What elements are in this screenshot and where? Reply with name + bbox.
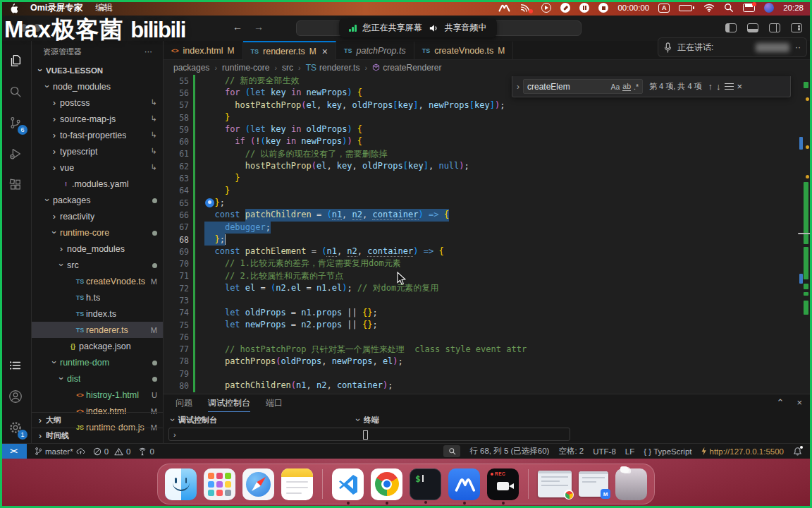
problems-item[interactable]: 0 0	[93, 447, 131, 456]
tree-item-h.ts[interactable]: TSh.ts	[32, 289, 163, 306]
screencast-icon[interactable]	[520, 2, 532, 13]
regex-icon[interactable]: .*	[634, 83, 639, 91]
timeline-section[interactable]: ›时间线	[32, 428, 163, 443]
search-icon[interactable]	[0, 76, 31, 107]
find-in-selection-icon[interactable]	[725, 81, 734, 92]
menu-clock[interactable]: 20:28	[783, 4, 804, 12]
tree-item-.modules.yaml[interactable]: !.modules.yaml	[32, 176, 163, 192]
tab-close-icon[interactable]: ×	[322, 46, 328, 57]
statusbar-search-icon[interactable]	[443, 445, 460, 457]
stop-record-icon[interactable]	[598, 3, 608, 13]
notifications-bell-icon[interactable]	[793, 447, 802, 456]
run-debug-icon[interactable]	[0, 138, 31, 169]
breadcrumb-item-src[interactable]: src	[282, 63, 293, 73]
panel-tab-调试控制台[interactable]: 调试控制台	[208, 394, 250, 412]
apple-logo-icon[interactable]	[8, 2, 18, 13]
tree-item-source-map-js[interactable]: ›source-map-js↳	[32, 111, 163, 127]
omi-dock-icon[interactable]	[448, 468, 480, 500]
settings-gear-icon[interactable]: 1	[0, 412, 31, 443]
tree-item-index.ts[interactable]: TSindex.ts	[32, 306, 163, 322]
explorer-more-actions-icon[interactable]: ⋯	[144, 47, 153, 56]
wifi-icon[interactable]	[703, 2, 715, 13]
extensions-icon[interactable]	[0, 169, 31, 200]
tree-item-dist[interactable]: ›dist	[32, 370, 163, 387]
toggle-panel-icon[interactable]	[747, 23, 758, 32]
explorer-icon[interactable]	[0, 45, 31, 76]
toggle-secondary-sidebar-icon[interactable]	[769, 23, 780, 32]
screen-recorder-dock-icon[interactable]: REC	[487, 468, 519, 500]
toggle-sidebar-icon[interactable]	[725, 23, 737, 32]
quick-fix-lightbulb-icon[interactable]	[205, 198, 214, 207]
ports-forwarded-item[interactable]: 0	[138, 447, 154, 456]
code-editor[interactable]: 55 // 新的要全部生效56 for (let key in newProps…	[164, 75, 812, 394]
panel-tab-端口[interactable]: 端口	[266, 394, 283, 412]
find-expand-icon[interactable]: ›	[517, 82, 519, 92]
minimized-chrome-window[interactable]	[538, 471, 572, 497]
whole-word-icon[interactable]: ab	[622, 82, 631, 91]
tree-item-reactivity[interactable]: ›reactivity	[32, 208, 163, 224]
tree-item-node_modules[interactable]: ›node_modules	[32, 241, 163, 257]
tab-patchProp.ts[interactable]: TSpatchProp.ts	[336, 41, 414, 59]
indentation-item[interactable]: 空格: 2	[558, 446, 584, 456]
tree-item-typescript[interactable]: ›typescript↳	[32, 143, 163, 159]
nav-back-icon[interactable]: ←	[233, 21, 242, 32]
terminal-header[interactable]: ›终端	[352, 413, 812, 426]
cursor-position-item[interactable]: 行 68, 列 5 (已选择60)	[469, 446, 549, 456]
eol-item[interactable]: LF	[625, 447, 634, 456]
breadcrumb-item-packages[interactable]: packages	[173, 63, 209, 73]
tree-item-createVnode.ts[interactable]: TScreateVnode.tsM	[32, 273, 163, 289]
chrome-dock-icon[interactable]	[371, 468, 402, 500]
breadcrumb-item-createRenderer[interactable]: createRenderer	[372, 63, 441, 73]
tree-item-node_modules[interactable]: ›node_modules	[32, 78, 163, 95]
breadcrumb-item-renderer.ts[interactable]: TSrenderer.ts	[306, 63, 360, 73]
tree-item-histroy-1.html[interactable]: <>histroy-1.htmlU	[32, 387, 163, 403]
panel-maximize-icon[interactable]: ⌃	[777, 397, 785, 408]
accounts-icon[interactable]	[0, 381, 31, 412]
tree-item-VUE3-LESSON[interactable]: ›VUE3-LESSON	[32, 62, 163, 78]
finder-dock-icon[interactable]	[165, 468, 197, 500]
encoding-item[interactable]: UTF-8	[593, 447, 616, 456]
tree-item-runtime-dom[interactable]: ›runtime-dom	[32, 354, 163, 370]
outline-section[interactable]: ›大纲	[32, 412, 163, 428]
panel-tab-问题[interactable]: 问题	[176, 394, 192, 412]
spotlight-search-icon[interactable]	[724, 2, 734, 13]
launchpad-dock-icon[interactable]	[204, 468, 235, 500]
debug-console-header[interactable]: ›调试控制台	[167, 413, 352, 426]
trash-dock-icon[interactable]	[615, 468, 647, 500]
annotate-button-icon[interactable]	[560, 3, 570, 13]
find-next-icon[interactable]: ↓	[716, 81, 721, 92]
find-input[interactable]: createElem Aa ab .*	[523, 79, 643, 94]
menu-edit[interactable]: 编辑	[95, 2, 113, 14]
safari-dock-icon[interactable]	[242, 468, 274, 500]
tree-item-to-fast-properties[interactable]: ›to-fast-properties↳	[32, 127, 163, 143]
tree-item-src[interactable]: ›src	[32, 257, 163, 273]
pause-button-icon[interactable]	[579, 3, 589, 13]
tree-item-runtime-core[interactable]: ›runtime-core	[32, 224, 163, 241]
panel-close-icon[interactable]: ×	[796, 397, 802, 408]
minimized-omi-window[interactable]: M	[579, 471, 608, 497]
remote-indicator[interactable]: ><	[0, 444, 27, 459]
find-close-icon[interactable]: ×	[737, 81, 743, 92]
customize-layout-icon[interactable]	[791, 23, 802, 32]
tree-item-vue[interactable]: ›vue↳	[32, 159, 163, 176]
match-case-icon[interactable]: Aa	[610, 83, 620, 91]
input-source-indicator[interactable]: A	[658, 4, 670, 13]
menu-app-name[interactable]: Omi录屏专家	[30, 2, 82, 14]
terminal-dock-icon[interactable]: $	[410, 468, 441, 500]
source-control-icon[interactable]: 6	[0, 107, 31, 138]
tree-item-package.json[interactable]: {}package.json	[32, 338, 163, 354]
breadcrumb-item-runtime-core[interactable]: runtime-core	[222, 63, 269, 73]
omi-menubar-icon[interactable]	[498, 2, 511, 13]
tab-createVnode.ts[interactable]: TScreateVnode.tsM	[414, 41, 514, 59]
find-prev-icon[interactable]: ↑	[708, 81, 713, 92]
live-server-item[interactable]: http://127.0.0.1:5500	[701, 447, 784, 456]
checklist-extension-icon[interactable]	[0, 350, 31, 381]
play-button-icon[interactable]	[541, 3, 551, 13]
tab-index.html[interactable]: <>index.htmlM	[164, 41, 243, 59]
tab-renderer.ts[interactable]: TSrenderer.tsM×	[243, 41, 336, 60]
overview-ruler[interactable]	[798, 41, 811, 394]
find-query[interactable]: createElem	[527, 82, 608, 92]
tree-item-postcss[interactable]: ›postcss↳	[32, 95, 163, 111]
nav-forward-icon[interactable]: →	[254, 21, 264, 32]
notes-dock-icon[interactable]	[281, 468, 313, 500]
